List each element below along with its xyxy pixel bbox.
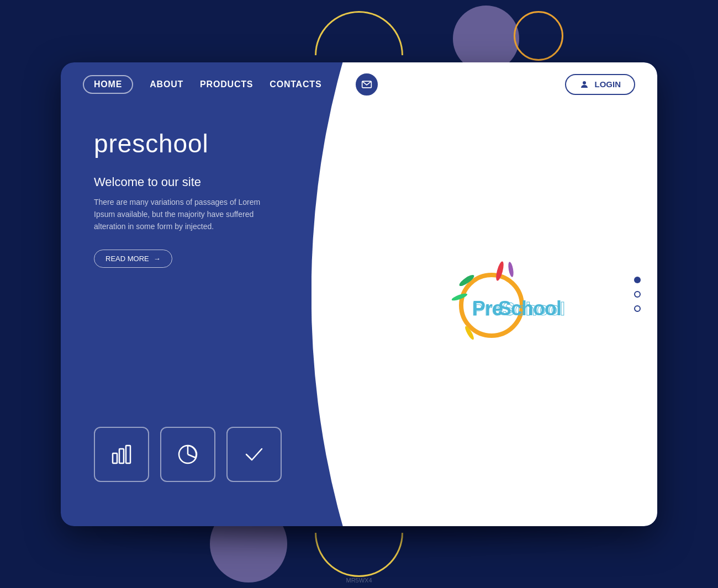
nav-links: HOME ABOUT PRODUCTS CONTACTS — [83, 72, 379, 97]
svg-line-7 — [188, 454, 196, 458]
dots-navigation — [634, 277, 641, 312]
login-label: LOGIN — [595, 80, 621, 89]
watermark: MR5WX4 — [346, 577, 372, 584]
nav-home[interactable]: HOME — [83, 75, 133, 94]
arrow-icon: → — [154, 255, 161, 263]
login-button[interactable]: LOGIN — [565, 74, 636, 95]
hero-subtitle: Welcome to our site — [94, 175, 271, 189]
hero-section: preschool Welcome to our site There are … — [94, 129, 271, 268]
nav-about[interactable]: ABOUT — [150, 80, 183, 89]
user-icon — [579, 80, 589, 89]
email-button[interactable] — [355, 72, 379, 97]
bar-chart-box[interactable] — [94, 427, 149, 482]
svg-text:PreSchool: PreSchool — [472, 298, 565, 319]
dot-3[interactable] — [634, 305, 641, 312]
hero-title: preschool — [94, 129, 271, 158]
envelope-icon — [361, 79, 372, 90]
svg-rect-2 — [113, 453, 117, 463]
svg-point-1 — [583, 81, 586, 84]
feature-icons — [94, 427, 282, 482]
navbar: HOME ABOUT PRODUCTS CONTACTS LOGIN — [61, 62, 657, 107]
svg-point-10 — [508, 261, 515, 277]
dot-2[interactable] — [634, 291, 641, 298]
pie-chart-box[interactable] — [160, 427, 215, 482]
bg-deco-arch-bottom — [315, 533, 403, 577]
checkmark-icon — [242, 442, 266, 467]
read-more-button[interactable]: READ MORE → — [94, 250, 172, 268]
preschool-logo-area: Pre School PreSchool — [403, 239, 613, 349]
nav-contacts[interactable]: CONTACTS — [270, 80, 321, 89]
bg-deco-circle-orange-top — [514, 11, 563, 61]
main-card: HOME ABOUT PRODUCTS CONTACTS LOGIN presc… — [61, 62, 657, 526]
bg-deco-arch-top — [315, 11, 403, 55]
hero-body: There are many variations of passages of… — [94, 196, 271, 233]
checkmark-box[interactable] — [226, 427, 282, 482]
svg-rect-3 — [119, 449, 124, 463]
nav-products[interactable]: PRODUCTS — [200, 80, 253, 89]
dot-1[interactable] — [634, 277, 641, 283]
pie-chart-icon — [176, 442, 200, 467]
svg-rect-4 — [126, 446, 130, 463]
bar-chart-icon — [109, 442, 134, 467]
read-more-label: READ MORE — [105, 255, 149, 263]
preschool-logo: Pre School PreSchool — [414, 239, 602, 349]
